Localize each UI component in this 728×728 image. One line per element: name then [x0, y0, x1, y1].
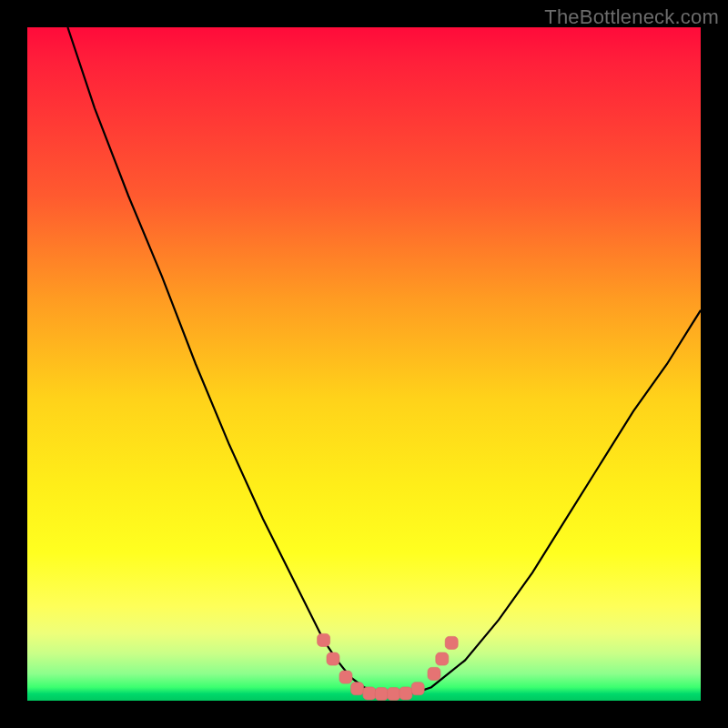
plot-area	[27, 27, 701, 701]
watermark-text: TheBottleneck.com	[544, 5, 719, 29]
outer-frame: TheBottleneck.com	[0, 0, 728, 728]
